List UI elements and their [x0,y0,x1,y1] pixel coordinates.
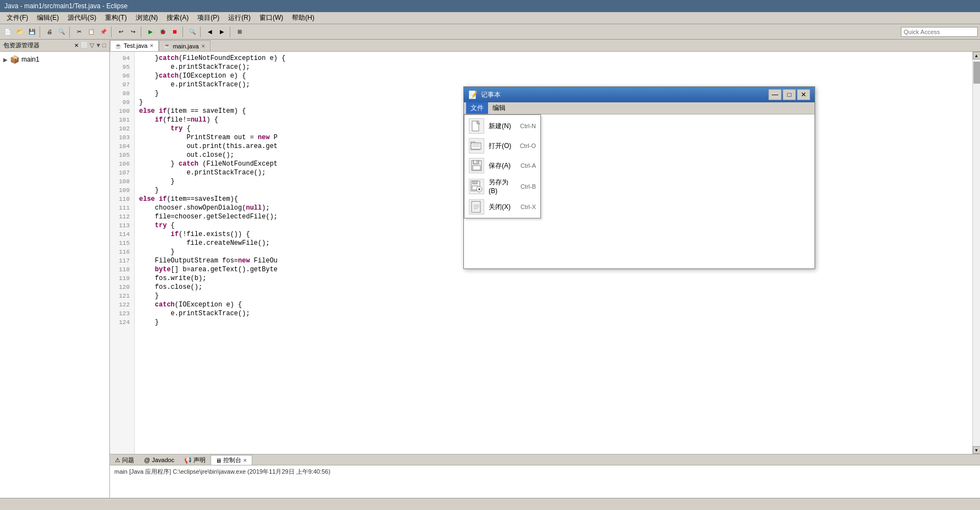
tab-problems-label: 问题 [122,456,134,464]
scroll-down-btn[interactable]: ▼ [973,446,981,454]
tab-javadoc-label: Javadoc [152,457,174,463]
toolbar-debug[interactable]: 🐞 [157,26,168,37]
menu-run[interactable]: 运行(R) [224,12,255,24]
menu-window[interactable]: 窗口(W) [255,12,287,24]
toolbar-save[interactable]: 💾 [26,26,37,37]
line-numbers: 9495969798991001011021031041051061071081… [110,52,135,454]
toolbar-sep1 [40,26,42,37]
new-label: 新建(N) [489,122,516,131]
menu-project[interactable]: 项目(P) [193,12,224,24]
tab-javadoc[interactable]: @ Javadoc [139,455,179,465]
toolbar-sep5 [182,26,185,37]
tab-main-java[interactable]: ☕ main.java ✕ [159,40,210,51]
tree-label: main1 [21,56,40,63]
bottom-content: main [Java 应用程序] C:\eclipse\jre\bin\java… [110,465,980,498]
notepad-maximize-btn[interactable]: □ [783,89,796,100]
quick-access-input[interactable] [901,27,978,37]
line-number: 107 [110,168,134,177]
menu-close-item[interactable]: 关闭(X) Ctrl-X [464,197,540,217]
toolbar-new[interactable]: 📄 [2,26,13,37]
menu-source[interactable]: 源代码(S) [63,12,101,24]
line-number: 112 [110,212,134,221]
line-number: 109 [110,186,134,195]
notepad-icon: 📝 [468,90,478,99]
line-number: 123 [110,309,134,318]
notepad-menu-edit[interactable]: 编辑 [488,102,510,114]
menu-search[interactable]: 搜索(A) [162,12,193,24]
notepad-minimize-btn[interactable]: — [768,89,782,100]
line-number: 96 [110,72,134,80]
saveas-shortcut: Ctrl-B [521,183,536,190]
code-line: catch(IOException e) { [139,300,968,309]
toolbar-redo[interactable]: ↪ [128,26,139,37]
close-shortcut: Ctrl-X [521,204,536,210]
tab-close-main[interactable]: ✕ [201,43,206,49]
close-label: 关闭(X) [489,202,516,212]
pe-expand-icon[interactable]: ▽ [90,42,94,49]
line-number: 101 [110,116,134,124]
menu-open-item[interactable]: 打开(O) Ctrl-O [464,136,540,156]
line-number: 122 [110,300,134,309]
notepad-title: 记事本 [481,90,768,100]
bottom-panel: ⚠ 问题 @ Javadoc 📢 声明 🖥 控制台 ✕ main [110,454,980,498]
tab-close-console[interactable]: ✕ [243,458,247,463]
toolbar-print[interactable]: 🖨 [44,26,55,37]
toolbar-nav-fwd[interactable]: ▶ [217,26,228,37]
line-number: 97 [110,80,134,89]
toolbar-perspective[interactable]: ⊞ [234,26,245,37]
tree-root[interactable]: ▶ 📦 main1 [2,54,107,65]
pe-max-icon[interactable]: □ [102,42,106,49]
scroll-thumb[interactable] [973,62,980,84]
pe-header-title: 包资源管理器 [3,41,72,50]
toolbar-cut[interactable]: ✂ [74,26,85,37]
toolbar-sep6 [200,26,202,37]
toolbar-nav-back[interactable]: ◀ [204,26,215,37]
toolbar-undo[interactable]: ↩ [115,26,126,37]
editor-tabs: ☕ Test.java ✕ ☕ main.java ✕ [110,40,980,52]
line-number: 118 [110,265,134,274]
menu-file[interactable]: 文件(F) [2,12,32,24]
toolbar-stop[interactable]: ⏹ [169,26,180,37]
menu-refactor[interactable]: 重构(T) [101,12,131,24]
toolbar-search[interactable]: 🔍 [187,26,198,37]
javadoc-icon: @ [144,457,150,463]
notepad-window: 📝 记事本 — □ ✕ 文件 编辑 新建(N) [463,86,815,269]
tab-test-java[interactable]: ☕ Test.java ✕ [110,40,159,51]
tab-console[interactable]: 🖥 控制台 ✕ [211,455,252,465]
pe-menu-icon[interactable]: ▼ [95,42,101,49]
line-number: 108 [110,177,134,186]
close-doc-icon [469,199,484,215]
menu-saveas-item[interactable]: 另存为(B) Ctrl-B [464,176,540,197]
menu-new-item[interactable]: 新建(N) Ctrl-N [464,116,540,136]
pe-close-icon[interactable]: ✕ [74,42,79,48]
open-shortcut: Ctrl-O [520,142,536,149]
menu-edit[interactable]: 编辑(E) [32,12,63,24]
menu-bar: 文件(F) 编辑(E) 源代码(S) 重构(T) 浏览(N) 搜索(A) 项目(… [0,12,980,24]
tab-close-test[interactable]: ✕ [150,43,154,48]
toolbar-open[interactable]: 📂 [14,26,25,37]
save-label: 保存(A) [489,161,516,171]
line-number: 103 [110,133,134,142]
line-number: 102 [110,124,134,133]
declaration-icon: 📢 [184,457,192,464]
menu-save-item[interactable]: 保存(A) Ctrl-A [464,156,540,176]
toolbar-paste[interactable]: 📌 [98,26,109,37]
pe-minimize-icon[interactable]: ⬜ [81,42,88,49]
code-line: } [139,292,968,300]
toolbar-preview[interactable]: 🔍 [56,26,67,37]
scroll-up-btn[interactable]: ▲ [973,52,981,59]
new-icon [469,118,484,134]
notepad-close-btn[interactable]: ✕ [797,89,810,100]
tab-declaration[interactable]: 📢 声明 [179,455,211,465]
notepad-menu-file[interactable]: 文件 [466,102,488,114]
line-number: 105 [110,151,134,160]
menu-help[interactable]: 帮助(H) [287,12,319,24]
toolbar-run[interactable]: ▶ [145,26,156,37]
tab-console-label: 控制台 [223,456,241,464]
toolbar-copy[interactable]: 📋 [86,26,97,37]
open-label: 打开(O) [489,141,516,151]
tab-declaration-label: 声明 [193,456,206,464]
tab-problems[interactable]: ⚠ 问题 [110,455,139,465]
line-number: 117 [110,256,134,265]
menu-navigate[interactable]: 浏览(N) [131,12,163,24]
